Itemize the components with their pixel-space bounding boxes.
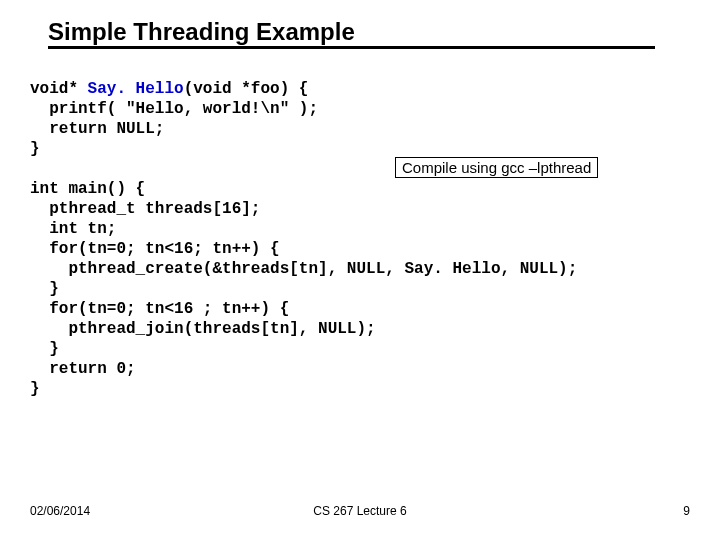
code-line-2: printf( "Hello, world!\n" );: [30, 100, 318, 118]
function-name: Say. Hello: [88, 80, 184, 98]
code-line-8: int tn;: [30, 220, 116, 238]
code-line-11: }: [30, 280, 59, 298]
code-line-1a: void*: [30, 80, 88, 98]
footer-center: CS 267 Lecture 6: [0, 504, 720, 518]
footer-page: 9: [683, 504, 690, 518]
code-line-7: pthread_t threads[16];: [30, 200, 260, 218]
code-line-14: }: [30, 340, 59, 358]
code-block: void* Say. Hello(void *foo) { printf( "H…: [30, 79, 690, 399]
code-line-15: return 0;: [30, 360, 136, 378]
code-line-6: int main() {: [30, 180, 145, 198]
code-line-9: for(tn=0; tn<16; tn++) {: [30, 240, 280, 258]
code-line-1b: (void *foo) {: [184, 80, 309, 98]
code-line-4: }: [30, 140, 40, 158]
page-title: Simple Threading Example: [48, 18, 655, 49]
code-line-13: pthread_join(threads[tn], NULL);: [30, 320, 376, 338]
code-line-10: pthread_create(&threads[tn], NULL, Say. …: [30, 260, 577, 278]
code-line-3: return NULL;: [30, 120, 164, 138]
code-line-16: }: [30, 380, 40, 398]
compile-callout: Compile using gcc –lpthread: [395, 157, 598, 178]
code-line-12: for(tn=0; tn<16 ; tn++) {: [30, 300, 289, 318]
